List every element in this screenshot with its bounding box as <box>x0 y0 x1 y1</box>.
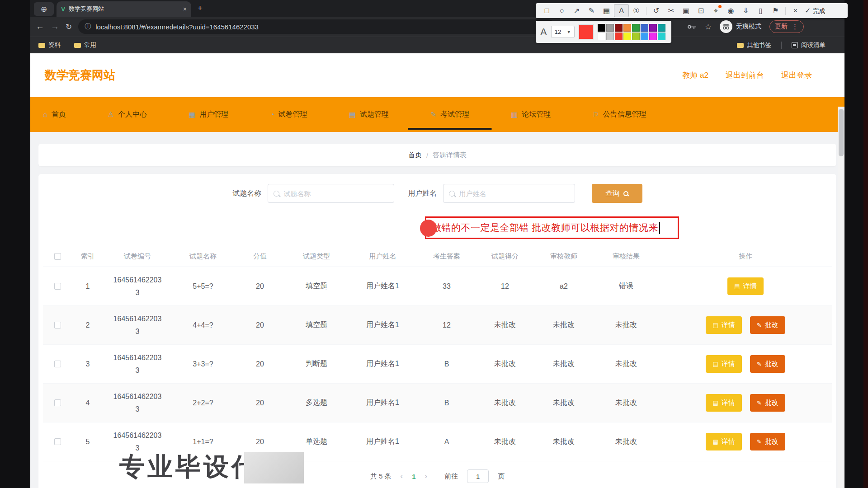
user-name-input[interactable] <box>458 189 569 198</box>
user-name-field[interactable] <box>443 184 575 203</box>
menu-dots-icon[interactable]: ⋮ <box>792 23 798 31</box>
step-number-tool[interactable]: ① <box>629 5 644 17</box>
color-swatch[interactable] <box>649 33 657 40</box>
download-tool[interactable]: ⇩ <box>738 5 753 17</box>
font-size-select[interactable]: 12 ▼ <box>551 26 575 38</box>
teacher-account-link[interactable]: 教师 a2 <box>682 70 708 80</box>
update-button[interactable]: 更新 ⋮ <box>769 20 804 33</box>
color-swatch[interactable] <box>615 33 623 40</box>
review-button[interactable]: ✎批改 <box>750 394 785 412</box>
scrollbar[interactable]: ▼ <box>838 107 844 488</box>
question-name: 3+3=? <box>171 345 235 383</box>
question-name-field[interactable] <box>268 184 394 203</box>
detail-button[interactable]: ▤详情 <box>706 394 741 412</box>
current-color-swatch[interactable] <box>579 24 594 39</box>
select-all-checkbox[interactable] <box>54 253 61 260</box>
color-swatch[interactable] <box>632 33 640 40</box>
bookmark-tool[interactable]: ⚑ <box>768 5 783 17</box>
close-tool[interactable]: × <box>788 5 803 17</box>
browser-profile-button[interactable]: ⊕ <box>34 2 54 16</box>
back-button[interactable]: ← <box>36 22 44 32</box>
color-swatch[interactable] <box>623 33 631 40</box>
breadcrumb-home[interactable]: 首页 <box>408 151 422 160</box>
arrow-tool[interactable]: ↗ <box>569 5 584 17</box>
exam-number: 1645614622033 <box>104 345 171 383</box>
reload-button[interactable]: ↻ <box>66 22 72 32</box>
color-swatch[interactable] <box>658 24 665 32</box>
color-swatch[interactable] <box>598 33 605 40</box>
exit-to-front-link[interactable]: 退出到前台 <box>726 70 764 80</box>
current-page[interactable]: 1 <box>412 473 415 480</box>
detail-button[interactable]: ▤详情 <box>706 355 741 373</box>
user-name: 用户姓名1 <box>348 267 418 305</box>
color-swatch[interactable] <box>606 33 614 40</box>
tab-close-icon[interactable]: × <box>183 5 187 13</box>
color-swatch[interactable] <box>606 24 614 32</box>
color-swatch[interactable] <box>598 24 605 32</box>
nav-item-exams[interactable]: ✎ 考试管理 <box>430 97 469 132</box>
bookmark-label: 常用 <box>84 41 96 49</box>
record-tool[interactable]: ◉ <box>723 5 738 17</box>
color-swatch[interactable] <box>632 24 640 32</box>
row-checkbox[interactable] <box>54 438 61 445</box>
rect-tool[interactable]: □ <box>539 5 554 17</box>
other-bookmarks-button[interactable]: 其他书签 <box>737 41 771 49</box>
search-button[interactable]: 查询 <box>592 184 642 203</box>
forward-button[interactable]: → <box>51 22 59 32</box>
row-checkbox[interactable] <box>54 399 61 406</box>
nav-item-profile[interactable]: ♙ 个人中心 <box>108 97 147 132</box>
nav-label: 用户管理 <box>199 110 228 119</box>
button-label: 详情 <box>722 360 735 368</box>
question-name-input[interactable] <box>283 189 388 198</box>
nav-item-announcements[interactable]: ⚐ 公告信息管理 <box>592 97 646 132</box>
region-cut-tool[interactable]: ✂ <box>664 5 679 17</box>
new-tab-button[interactable]: + <box>198 3 203 13</box>
reading-list-button[interactable]: 阅读清单 <box>792 41 826 49</box>
review-button[interactable]: ✎批改 <box>750 316 785 334</box>
color-swatch[interactable] <box>641 33 648 40</box>
bookmark-folder-changyong[interactable]: 常用 <box>74 41 96 49</box>
color-swatch[interactable] <box>641 24 648 32</box>
prev-page-button[interactable]: ‹ <box>401 472 403 481</box>
detail-button[interactable]: ▤详情 <box>727 277 763 295</box>
browser-tab[interactable]: V 数学竞赛网站 × <box>57 1 191 17</box>
color-swatch[interactable] <box>658 33 665 40</box>
row-checkbox[interactable] <box>54 361 61 367</box>
nav-item-forum[interactable]: ▥ 论坛管理 <box>511 97 551 132</box>
bookmark-star-icon[interactable]: ☆ <box>705 22 712 32</box>
scrollbar-thumb[interactable] <box>839 109 844 156</box>
site-info-icon[interactable]: ⓘ <box>85 23 91 31</box>
pen-tool[interactable]: ✎ <box>584 5 599 17</box>
ellipse-tool[interactable]: ○ <box>554 5 569 17</box>
document-icon: ▤ <box>712 399 718 406</box>
row-checkbox[interactable] <box>54 283 61 290</box>
nav-item-home[interactable]: ⌂ 首页 <box>43 97 66 132</box>
address-bar[interactable]: ⓘ localhost:8081/#/examredetails?uuid=16… <box>78 19 555 34</box>
key-icon[interactable] <box>688 24 697 29</box>
annotation-red-dot[interactable] <box>420 220 437 237</box>
logout-link[interactable]: 退出登录 <box>781 70 812 80</box>
color-swatch[interactable] <box>615 24 623 32</box>
detail-button[interactable]: ▤详情 <box>706 316 741 334</box>
color-swatch[interactable] <box>649 24 657 32</box>
nav-item-users[interactable]: ▦ 用户管理 <box>189 97 228 132</box>
pin-tool[interactable]: ⌖ <box>708 5 723 17</box>
review-button[interactable]: ✎批改 <box>750 355 785 373</box>
color-swatch[interactable] <box>623 24 631 32</box>
done-button[interactable]: ✓完成 <box>803 5 827 17</box>
translate-tool[interactable]: ▣ <box>679 5 693 17</box>
ocr-tool[interactable]: ⊡ <box>693 5 708 17</box>
nav-item-questions[interactable]: ▤ 试题管理 <box>349 97 389 132</box>
mosaic-tool[interactable]: ▦ <box>599 5 614 17</box>
detail-button[interactable]: ▤详情 <box>706 433 741 450</box>
next-page-button[interactable]: › <box>425 472 428 481</box>
device-tool[interactable]: ▯ <box>753 5 768 17</box>
review-button[interactable]: ✎批改 <box>750 433 785 450</box>
nav-item-papers[interactable]: ◔ 试卷管理 <box>270 97 307 132</box>
row-checkbox[interactable] <box>54 322 61 328</box>
bookmark-folder-zilliao[interactable]: 资料 <box>38 41 61 49</box>
text-tool[interactable]: A <box>614 4 629 17</box>
undo-tool[interactable]: ↺ <box>649 5 664 17</box>
annotation-text-input[interactable]: 做错的不一定是全部错 批改教师可以根据对的情况来 <box>425 216 679 239</box>
goto-page-input[interactable] <box>467 469 489 483</box>
